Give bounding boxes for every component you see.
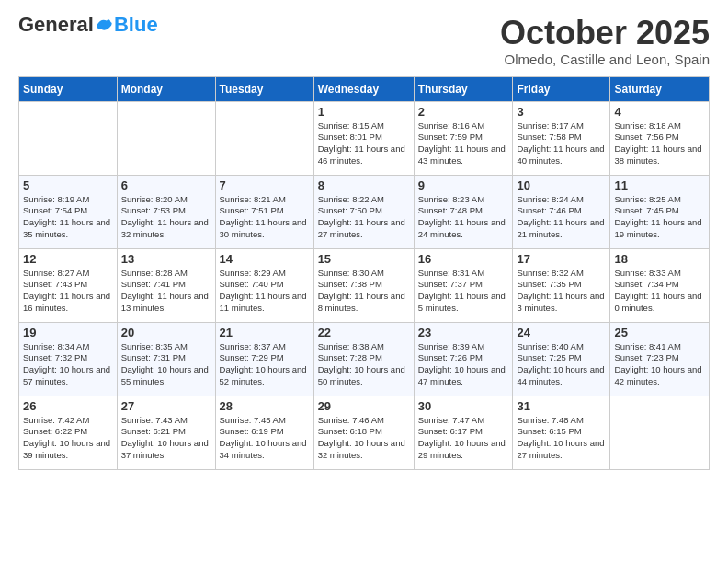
day-cell-25: 25Sunrise: 8:41 AM Sunset: 7:23 PM Dayli… xyxy=(610,322,710,396)
day-number-16: 16 xyxy=(418,252,509,266)
header-friday: Friday xyxy=(513,76,610,101)
day-number-19: 19 xyxy=(23,326,113,339)
day-info-17: Sunrise: 8:32 AM Sunset: 7:35 PM Dayligh… xyxy=(517,268,606,315)
day-cell-7: 7Sunrise: 8:21 AM Sunset: 7:51 PM Daylig… xyxy=(215,175,313,248)
day-cell-3: 3Sunrise: 8:17 AM Sunset: 7:58 PM Daylig… xyxy=(513,101,610,175)
day-info-31: Sunrise: 7:48 AM Sunset: 6:15 PM Dayligh… xyxy=(517,415,606,462)
day-info-23: Sunrise: 8:39 AM Sunset: 7:26 PM Dayligh… xyxy=(418,341,509,388)
week-row-1: 1Sunrise: 8:15 AM Sunset: 8:01 PM Daylig… xyxy=(19,101,710,175)
day-cell-empty xyxy=(215,101,313,175)
day-cell-empty xyxy=(610,396,710,469)
day-cell-14: 14Sunrise: 8:29 AM Sunset: 7:40 PM Dayli… xyxy=(215,248,313,322)
header-sunday: Sunday xyxy=(19,76,118,101)
day-number-22: 22 xyxy=(318,326,410,339)
day-number-11: 11 xyxy=(614,178,705,192)
day-cell-4: 4Sunrise: 8:18 AM Sunset: 7:56 PM Daylig… xyxy=(610,101,710,175)
header-saturday: Saturday xyxy=(610,76,710,101)
day-cell-11: 11Sunrise: 8:25 AM Sunset: 7:45 PM Dayli… xyxy=(610,175,710,248)
logo: General Blue xyxy=(18,15,158,35)
header-monday: Monday xyxy=(117,76,215,101)
day-cell-empty xyxy=(19,101,118,175)
header: General Blue October 2025 Olmedo, Castil… xyxy=(18,15,710,67)
day-info-24: Sunrise: 8:40 AM Sunset: 7:25 PM Dayligh… xyxy=(517,341,606,388)
day-number-24: 24 xyxy=(517,326,606,339)
weekday-header-row: Sunday Monday Tuesday Wednesday Thursday… xyxy=(19,76,710,101)
day-number-18: 18 xyxy=(614,252,705,266)
day-number-20: 20 xyxy=(121,326,211,339)
day-number-4: 4 xyxy=(614,105,705,119)
day-cell-empty xyxy=(117,101,215,175)
day-number-27: 27 xyxy=(121,399,211,413)
day-info-16: Sunrise: 8:31 AM Sunset: 7:37 PM Dayligh… xyxy=(418,268,509,315)
day-cell-10: 10Sunrise: 8:24 AM Sunset: 7:46 PM Dayli… xyxy=(513,175,610,248)
day-number-23: 23 xyxy=(418,326,509,339)
day-number-26: 26 xyxy=(23,399,113,413)
week-row-2: 5Sunrise: 8:19 AM Sunset: 7:54 PM Daylig… xyxy=(19,175,710,248)
day-info-12: Sunrise: 8:27 AM Sunset: 7:43 PM Dayligh… xyxy=(23,268,113,315)
day-cell-22: 22Sunrise: 8:38 AM Sunset: 7:28 PM Dayli… xyxy=(313,322,414,396)
day-number-28: 28 xyxy=(220,399,310,413)
day-info-5: Sunrise: 8:19 AM Sunset: 7:54 PM Dayligh… xyxy=(23,194,113,241)
logo-general-text: General xyxy=(18,15,94,35)
day-cell-13: 13Sunrise: 8:28 AM Sunset: 7:41 PM Dayli… xyxy=(117,248,215,322)
day-info-19: Sunrise: 8:34 AM Sunset: 7:32 PM Dayligh… xyxy=(23,341,113,388)
day-cell-26: 26Sunrise: 7:42 AM Sunset: 6:22 PM Dayli… xyxy=(19,396,118,469)
day-cell-29: 29Sunrise: 7:46 AM Sunset: 6:18 PM Dayli… xyxy=(313,396,414,469)
day-number-9: 9 xyxy=(418,178,509,192)
day-cell-18: 18Sunrise: 8:33 AM Sunset: 7:34 PM Dayli… xyxy=(610,248,710,322)
day-cell-1: 1Sunrise: 8:15 AM Sunset: 8:01 PM Daylig… xyxy=(313,101,414,175)
day-cell-16: 16Sunrise: 8:31 AM Sunset: 7:37 PM Dayli… xyxy=(414,248,513,322)
day-info-9: Sunrise: 8:23 AM Sunset: 7:48 PM Dayligh… xyxy=(418,194,509,241)
day-number-7: 7 xyxy=(220,178,310,192)
day-cell-8: 8Sunrise: 8:22 AM Sunset: 7:50 PM Daylig… xyxy=(313,175,414,248)
day-number-2: 2 xyxy=(418,105,509,119)
day-cell-5: 5Sunrise: 8:19 AM Sunset: 7:54 PM Daylig… xyxy=(19,175,118,248)
day-cell-15: 15Sunrise: 8:30 AM Sunset: 7:38 PM Dayli… xyxy=(313,248,414,322)
day-info-21: Sunrise: 8:37 AM Sunset: 7:29 PM Dayligh… xyxy=(220,341,310,388)
calendar-table: Sunday Monday Tuesday Wednesday Thursday… xyxy=(18,76,710,470)
day-number-14: 14 xyxy=(220,252,310,266)
day-cell-30: 30Sunrise: 7:47 AM Sunset: 6:17 PM Dayli… xyxy=(414,396,513,469)
day-cell-27: 27Sunrise: 7:43 AM Sunset: 6:21 PM Dayli… xyxy=(117,396,215,469)
header-wednesday: Wednesday xyxy=(313,76,414,101)
day-number-10: 10 xyxy=(517,178,606,192)
day-info-18: Sunrise: 8:33 AM Sunset: 7:34 PM Dayligh… xyxy=(614,268,705,315)
day-number-12: 12 xyxy=(23,252,113,266)
day-cell-20: 20Sunrise: 8:35 AM Sunset: 7:31 PM Dayli… xyxy=(117,322,215,396)
day-info-29: Sunrise: 7:46 AM Sunset: 6:18 PM Dayligh… xyxy=(318,415,410,462)
header-thursday: Thursday xyxy=(414,76,513,101)
day-number-6: 6 xyxy=(121,178,211,192)
day-info-7: Sunrise: 8:21 AM Sunset: 7:51 PM Dayligh… xyxy=(220,194,310,241)
day-info-3: Sunrise: 8:17 AM Sunset: 7:58 PM Dayligh… xyxy=(517,121,606,167)
day-info-27: Sunrise: 7:43 AM Sunset: 6:21 PM Dayligh… xyxy=(121,415,211,462)
week-row-4: 19Sunrise: 8:34 AM Sunset: 7:32 PM Dayli… xyxy=(19,322,710,396)
day-info-6: Sunrise: 8:20 AM Sunset: 7:53 PM Dayligh… xyxy=(121,194,211,241)
day-number-29: 29 xyxy=(318,399,410,413)
day-number-31: 31 xyxy=(517,399,606,413)
day-info-4: Sunrise: 8:18 AM Sunset: 7:56 PM Dayligh… xyxy=(614,121,705,167)
day-info-14: Sunrise: 8:29 AM Sunset: 7:40 PM Dayligh… xyxy=(220,268,310,315)
day-cell-17: 17Sunrise: 8:32 AM Sunset: 7:35 PM Dayli… xyxy=(513,248,610,322)
day-cell-12: 12Sunrise: 8:27 AM Sunset: 7:43 PM Dayli… xyxy=(19,248,118,322)
day-info-26: Sunrise: 7:42 AM Sunset: 6:22 PM Dayligh… xyxy=(23,415,113,462)
day-cell-31: 31Sunrise: 7:48 AM Sunset: 6:15 PM Dayli… xyxy=(513,396,610,469)
day-number-25: 25 xyxy=(614,326,705,339)
day-cell-2: 2Sunrise: 8:16 AM Sunset: 7:59 PM Daylig… xyxy=(414,101,513,175)
week-row-3: 12Sunrise: 8:27 AM Sunset: 7:43 PM Dayli… xyxy=(19,248,710,322)
header-tuesday: Tuesday xyxy=(215,76,313,101)
day-info-2: Sunrise: 8:16 AM Sunset: 7:59 PM Dayligh… xyxy=(418,121,509,167)
week-row-5: 26Sunrise: 7:42 AM Sunset: 6:22 PM Dayli… xyxy=(19,396,710,469)
day-info-13: Sunrise: 8:28 AM Sunset: 7:41 PM Dayligh… xyxy=(121,268,211,315)
day-number-17: 17 xyxy=(517,252,606,266)
day-number-30: 30 xyxy=(418,399,509,413)
day-cell-28: 28Sunrise: 7:45 AM Sunset: 6:19 PM Dayli… xyxy=(215,396,313,469)
logo-icon xyxy=(96,17,112,33)
title-section: October 2025 Olmedo, Castille and Leon, … xyxy=(500,15,710,67)
day-info-10: Sunrise: 8:24 AM Sunset: 7:46 PM Dayligh… xyxy=(517,194,606,241)
day-info-25: Sunrise: 8:41 AM Sunset: 7:23 PM Dayligh… xyxy=(614,341,705,388)
day-info-28: Sunrise: 7:45 AM Sunset: 6:19 PM Dayligh… xyxy=(220,415,310,462)
day-info-22: Sunrise: 8:38 AM Sunset: 7:28 PM Dayligh… xyxy=(318,341,410,388)
day-info-20: Sunrise: 8:35 AM Sunset: 7:31 PM Dayligh… xyxy=(121,341,211,388)
day-info-30: Sunrise: 7:47 AM Sunset: 6:17 PM Dayligh… xyxy=(418,415,509,462)
location: Olmedo, Castille and Leon, Spain xyxy=(500,52,710,67)
